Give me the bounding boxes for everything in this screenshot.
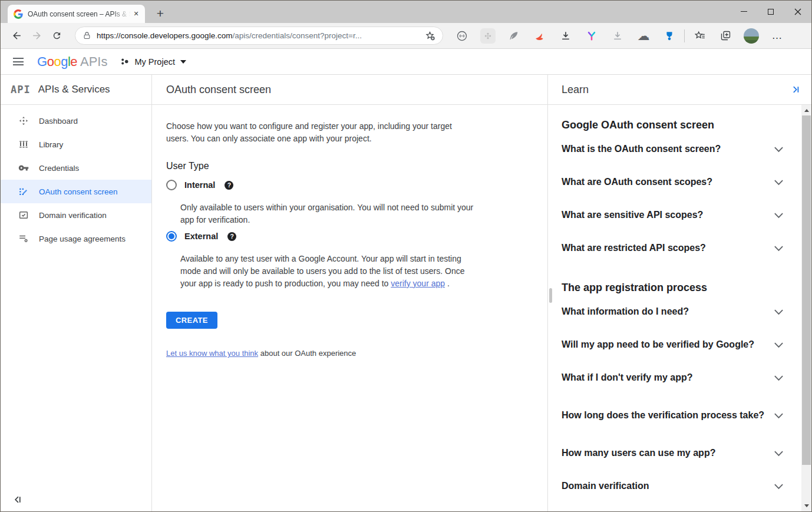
learn-item[interactable]: Will my app need to be verified by Googl… — [562, 328, 784, 361]
menu-icon[interactable] — [13, 55, 27, 69]
domain-check-icon — [18, 210, 29, 220]
window-controls — [730, 1, 811, 22]
learn-item[interactable]: What are restricted API scopes? — [562, 232, 784, 265]
internal-option-row: Internal ? — [166, 180, 533, 190]
console-app: API APIs & Services Dashboard Library — [1, 75, 811, 511]
feedback-line: Let us know what you think about our OAu… — [166, 349, 533, 358]
sidebar: API APIs & Services Dashboard Library — [1, 75, 152, 511]
main-header: OAuth consent screen — [152, 75, 547, 105]
learn-item[interactable]: What are OAuth consent scopes? — [562, 166, 784, 199]
extension-disabled-icon[interactable] — [475, 26, 501, 46]
download-icon[interactable] — [553, 26, 579, 46]
learn-item[interactable]: Domain verification — [562, 470, 784, 503]
agreements-icon — [18, 233, 29, 244]
learn-item[interactable]: How long does the verification process t… — [562, 394, 784, 437]
address-bar[interactable]: https://console.developers.google.com/ap… — [75, 27, 443, 45]
learn-item[interactable]: What information do I need? — [562, 295, 784, 328]
library-icon — [18, 139, 29, 150]
collections-icon[interactable] — [712, 26, 738, 46]
browser-titlebar: OAuth consent screen – APIs & S ✕ + — [1, 1, 811, 23]
trophy-extension-icon[interactable] — [656, 26, 682, 46]
maximize-button[interactable] — [757, 1, 784, 22]
collapse-panel-icon[interactable] — [791, 85, 800, 94]
learn-item[interactable]: What is the OAuth consent screen? — [562, 133, 784, 166]
minimize-button[interactable] — [730, 1, 757, 22]
add-favorite-icon[interactable] — [424, 30, 435, 41]
internal-description: Only available to users within your orga… — [180, 202, 474, 226]
external-radio[interactable] — [166, 231, 177, 242]
forward-icon[interactable] — [27, 26, 47, 46]
project-icon — [120, 57, 129, 66]
scroll-down-icon[interactable] — [801, 501, 811, 511]
learn-item[interactable]: What if I don't verify my app? — [562, 361, 784, 394]
toolbar-separator — [684, 29, 685, 42]
gcp-header: GoogleAPIs My Project ? ⋮ — [1, 49, 811, 75]
verify-your-app-link[interactable]: verify your app — [391, 279, 445, 288]
close-button[interactable] — [784, 1, 811, 22]
refresh-icon[interactable] — [47, 26, 67, 46]
learn-item[interactable]: How many users can use my app? — [562, 437, 784, 470]
chevron-down-icon — [774, 483, 784, 490]
api-logo: API — [11, 84, 31, 95]
settings-menu-icon[interactable]: … — [764, 26, 790, 46]
new-tab-button[interactable]: + — [153, 6, 168, 21]
chevron-down-icon — [774, 245, 784, 252]
learn-item[interactable]: What are sensitive API scopes? — [562, 199, 784, 232]
extension-circle-icon[interactable] — [449, 26, 475, 46]
internal-radio[interactable] — [166, 180, 177, 190]
cloud-extension-icon[interactable]: ☁ — [631, 26, 656, 46]
sidebar-item-domain-verification[interactable]: Domain verification — [1, 203, 151, 227]
browser-tab[interactable]: OAuth consent screen – APIs & S ✕ — [8, 5, 145, 23]
chevron-down-icon — [774, 212, 784, 219]
learn-scrollbar[interactable] — [801, 105, 811, 511]
project-selector[interactable]: My Project — [120, 57, 186, 67]
url-text: https://console.developers.google.com/ap… — [97, 31, 362, 40]
chevron-down-icon — [774, 146, 784, 153]
lock-icon[interactable] — [82, 31, 91, 40]
tab-close-icon[interactable]: ✕ — [131, 9, 141, 19]
favorites-icon[interactable] — [686, 26, 712, 46]
collapse-sidebar-icon[interactable] — [14, 495, 23, 504]
sidebar-item-credentials[interactable]: Credentials — [1, 156, 151, 180]
browser-profile-avatar[interactable] — [738, 26, 764, 46]
swift-extension-icon[interactable] — [527, 26, 553, 46]
chevron-down-icon — [774, 412, 784, 419]
learn-panel: Learn Google OAuth consent screen What i… — [548, 75, 811, 511]
internal-label: Internal — [184, 180, 215, 190]
y-extension-icon[interactable] — [579, 26, 605, 46]
extensions-row: ☁ … — [449, 26, 790, 46]
scroll-up-icon[interactable] — [801, 105, 811, 115]
project-name: My Project — [134, 57, 175, 67]
learn-section-heading: Google OAuth consent screen — [562, 119, 784, 133]
internal-help-icon[interactable]: ? — [225, 181, 233, 190]
chevron-down-icon — [774, 309, 784, 315]
external-label: External — [184, 232, 218, 241]
google-apis-logo: GoogleAPIs — [37, 54, 107, 70]
user-type-label: User Type — [166, 161, 533, 172]
download-secondary-icon[interactable] — [605, 26, 631, 46]
sidebar-header: API APIs & Services — [1, 75, 151, 105]
learn-title: Learn — [562, 84, 589, 96]
feedback-link[interactable]: Let us know what you think — [166, 349, 258, 358]
back-icon[interactable] — [6, 26, 27, 46]
tab-title: OAuth consent screen – APIs & S — [28, 10, 131, 18]
sidebar-item-library[interactable]: Library — [1, 133, 151, 156]
external-option-row: External ? — [166, 231, 533, 242]
content-scrollbar-thumb[interactable] — [549, 288, 552, 303]
chevron-down-icon — [774, 450, 784, 457]
scrollbar-thumb[interactable] — [802, 115, 811, 465]
sidebar-item-oauth-consent-screen[interactable]: OAuth consent screen — [1, 180, 151, 203]
learn-body: Google OAuth consent screen What is the … — [548, 105, 801, 511]
learn-section-heading: The app registration process — [562, 282, 784, 295]
external-help-icon[interactable]: ? — [227, 232, 236, 241]
key-icon — [18, 163, 29, 173]
feather-extension-icon[interactable] — [501, 26, 527, 46]
sidebar-item-dashboard[interactable]: Dashboard — [1, 109, 151, 133]
chevron-down-icon — [774, 375, 784, 381]
chevron-down-icon — [180, 60, 186, 64]
browser-toolbar: https://console.developers.google.com/ap… — [1, 23, 811, 49]
create-button[interactable]: CREATE — [166, 312, 217, 329]
sidebar-item-page-usage-agreements[interactable]: Page usage agreements — [1, 227, 151, 250]
main-content: OAuth consent screen Choose how you want… — [152, 75, 548, 511]
sidebar-title: APIs & Services — [38, 84, 110, 95]
